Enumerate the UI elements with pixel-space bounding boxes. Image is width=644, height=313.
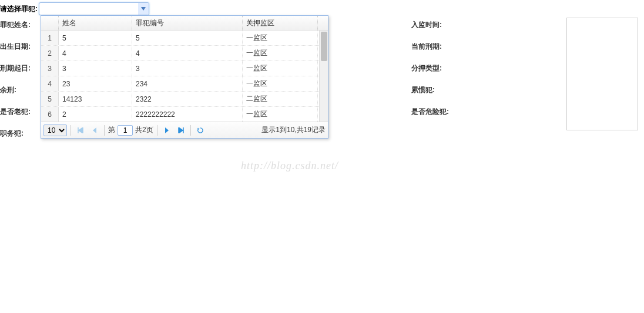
field-sentence-start: 刑期起日: [0, 63, 31, 73]
combo-dropdown-button[interactable] [138, 3, 149, 15]
chevron-down-icon [141, 7, 146, 11]
pager-prev-button[interactable] [89, 124, 100, 136]
pager-separator [157, 125, 157, 136]
pager-bar: 10 第 共2页 显示1到10,共19记录 [41, 122, 328, 138]
grid-body: 155一监区244一监区333一监区423234一监区5141232322二监区… [41, 31, 328, 122]
cell-num: 5 [41, 92, 59, 106]
pager-separator [104, 125, 105, 136]
grid-header-row: 姓名 罪犯编号 关押监区 [41, 16, 328, 31]
field-is-old: 是否老犯: [0, 107, 31, 117]
pager-separator [190, 125, 191, 136]
cell-num: 2 [41, 46, 59, 60]
field-is-dangerous: 是否危险犯: [411, 107, 449, 117]
cell-code: 4 [132, 46, 243, 60]
table-row[interactable]: 155一监区 [41, 31, 319, 46]
field-recidivist: 累惯犯: [411, 85, 449, 95]
header-code[interactable]: 罪犯编号 [132, 16, 243, 30]
table-row[interactable]: 333一监区 [41, 61, 319, 76]
cell-name: 3 [59, 61, 132, 76]
cell-num: 6 [41, 107, 59, 122]
field-birth-date: 出生日期: [0, 42, 31, 52]
cell-name: 23 [59, 76, 132, 91]
select-criminal-label: 请选择罪犯: [0, 4, 38, 14]
cell-code: 5 [132, 31, 243, 45]
table-row[interactable]: 622222222222一监区 [41, 107, 319, 122]
table-row[interactable]: 244一监区 [41, 46, 319, 61]
criminal-combo-input[interactable] [39, 2, 149, 15]
criminal-combo-wrap [39, 2, 149, 15]
cell-code: 3 [132, 61, 243, 76]
cell-area: 一监区 [243, 76, 318, 91]
scrollbar-thumb[interactable] [321, 32, 327, 61]
watermark-text: http://blog.csdn.net/ [241, 160, 338, 172]
field-entry-time: 入监时间: [411, 20, 449, 30]
cell-name: 4 [59, 46, 132, 60]
cell-area: 一监区 [243, 46, 318, 60]
header-area[interactable]: 关押监区 [243, 16, 318, 30]
pager-next-button[interactable] [161, 124, 173, 136]
cell-name: 2 [59, 107, 132, 122]
cell-code: 2222222222 [132, 107, 243, 122]
cell-area: 一监区 [243, 31, 318, 45]
pager-first-button[interactable] [75, 124, 86, 136]
cell-code: 234 [132, 76, 243, 91]
cell-name: 14123 [59, 92, 132, 106]
first-page-icon [78, 127, 83, 133]
right-field-group: 入监时间: 当前刑期: 分押类型: 累惯犯: 是否危险犯: [411, 20, 449, 117]
cell-area: 一监区 [243, 107, 318, 122]
table-row[interactable]: 5141232322二监区 [41, 92, 319, 107]
cell-num: 4 [41, 76, 59, 91]
field-remaining: 余刑: [0, 85, 31, 95]
cell-area: 一监区 [243, 61, 318, 76]
cell-num: 3 [41, 61, 59, 76]
page-total-label: 共2页 [135, 125, 153, 135]
field-current-sentence: 当前刑期: [411, 42, 449, 52]
header-name[interactable]: 姓名 [59, 16, 132, 30]
page-size-select[interactable]: 10 [43, 124, 67, 136]
cell-name: 5 [59, 31, 132, 45]
cell-num: 1 [41, 31, 59, 45]
page-prefix-label: 第 [108, 125, 115, 135]
criminal-dropdown-grid: 姓名 罪犯编号 关押监区 155一监区244一监区333一监区423234一监区… [41, 15, 328, 139]
refresh-icon [197, 127, 203, 133]
pager-separator [71, 125, 71, 136]
field-criminal-name: 罪犯姓名: [0, 20, 31, 30]
table-row[interactable]: 423234一监区 [41, 76, 319, 92]
field-duty-crime: 职务犯: [0, 129, 31, 139]
field-detention-type: 分押类型: [411, 63, 449, 73]
pager-info-text: 显示1到10,共19记录 [261, 125, 326, 135]
pager-last-button[interactable] [175, 124, 187, 136]
page-number-input[interactable] [118, 125, 133, 136]
prev-page-icon [92, 127, 98, 133]
cell-code: 2322 [132, 92, 243, 106]
photo-placeholder [566, 18, 638, 130]
next-page-icon [164, 127, 170, 133]
pager-refresh-button[interactable] [194, 124, 206, 136]
grid-scrollbar[interactable] [319, 31, 328, 122]
left-field-group: 罪犯姓名: 出生日期: 刑期起日: 余刑: 是否老犯: 职务犯: [0, 20, 31, 139]
header-rownum [41, 16, 59, 30]
last-page-icon [178, 127, 184, 133]
cell-area: 二监区 [243, 92, 318, 106]
